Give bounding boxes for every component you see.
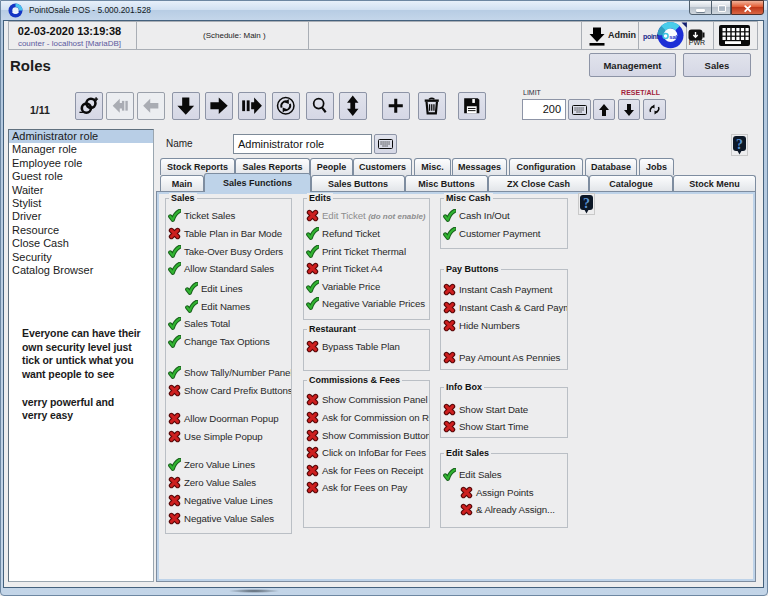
svg-text:sale: sale bbox=[669, 34, 681, 40]
svg-text:point: point bbox=[643, 33, 660, 41]
svg-text:?: ? bbox=[736, 137, 743, 152]
svg-text:?: ? bbox=[583, 196, 590, 211]
